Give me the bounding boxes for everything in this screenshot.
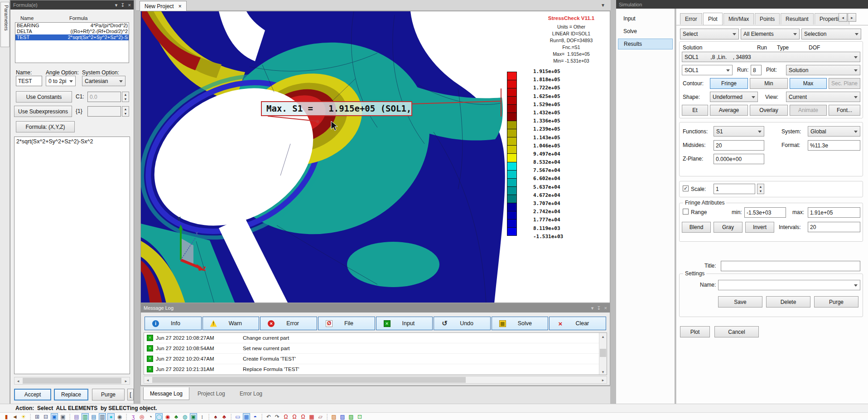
pin-icon[interactable]: ↧ bbox=[121, 2, 125, 8]
toolbar-icon[interactable]: ▨ bbox=[330, 413, 338, 420]
system-select[interactable]: Global bbox=[808, 126, 860, 137]
intervals-input[interactable] bbox=[808, 222, 860, 232]
toolbar-icon[interactable]: ▣ bbox=[190, 413, 197, 420]
plot-title-input[interactable] bbox=[721, 261, 860, 271]
parameters-tab[interactable]: Parameters bbox=[0, 2, 10, 47]
partial-button[interactable]: [ bbox=[127, 389, 134, 400]
delete-button[interactable]: Delete bbox=[766, 296, 810, 308]
simulation-nav-item[interactable]: Solve bbox=[618, 26, 673, 37]
scale-checkbox[interactable] bbox=[683, 186, 689, 191]
close-icon[interactable]: × bbox=[128, 2, 131, 8]
scroll-right-icon[interactable]: ▸ bbox=[122, 377, 130, 384]
tab-close-icon[interactable]: × bbox=[178, 3, 182, 10]
close-icon[interactable]: × bbox=[604, 305, 607, 311]
tab-scroll-right-icon[interactable]: ▸ bbox=[848, 13, 856, 22]
toolbar-icon[interactable]: ♣ bbox=[173, 413, 180, 420]
toolbar-icon[interactable]: ▤ bbox=[73, 413, 80, 420]
toolbar-icon[interactable]: ▱ bbox=[317, 413, 324, 420]
save-button[interactable]: Save bbox=[718, 296, 762, 308]
range-min-input[interactable] bbox=[744, 207, 786, 218]
log-filter-button[interactable]: × Clear bbox=[549, 317, 606, 330]
scroll-left-icon[interactable]: ◂ bbox=[14, 377, 22, 384]
toolbar-icon[interactable]: ☀ bbox=[20, 413, 27, 420]
max-button[interactable]: Max bbox=[790, 78, 827, 89]
simulation-nav-item[interactable]: Results bbox=[618, 39, 673, 49]
toolbar-icon[interactable]: ♣ bbox=[221, 413, 228, 420]
toolbar-icon[interactable]: ʒ bbox=[130, 413, 137, 420]
toolbar-icon[interactable]: ◎ bbox=[138, 413, 145, 420]
log-filter-button[interactable]: × Input bbox=[376, 317, 433, 330]
sec-plane-button[interactable]: Sec. Plane bbox=[829, 78, 860, 89]
toolbar-icon[interactable]: ◍ bbox=[181, 413, 188, 420]
selection-mode-select[interactable]: Selection bbox=[801, 29, 861, 39]
log-filter-button[interactable]: i Info bbox=[145, 317, 202, 330]
toolbar-icon[interactable]: ┊ bbox=[68, 413, 72, 420]
log-filter-button[interactable]: ▦ Solve bbox=[492, 317, 549, 330]
toolbar-icon[interactable]: ▭ bbox=[234, 413, 241, 420]
average-button[interactable]: Average bbox=[710, 105, 748, 116]
max-value-annotation[interactable]: Max. S1 = 1.915e+05 (SOL1, bbox=[261, 101, 412, 116]
tab-new-project[interactable]: New Project × bbox=[140, 1, 187, 11]
formula-editor-hscrollbar[interactable]: ◂ ▸ bbox=[14, 377, 130, 385]
log-vscrollbar[interactable]: ▴ ▾ bbox=[599, 333, 607, 375]
toolbar-icon[interactable]: ▣ bbox=[59, 413, 67, 420]
c1-input[interactable] bbox=[87, 92, 121, 102]
et-button[interactable]: Et bbox=[682, 105, 708, 116]
log-filter-button[interactable]: × Error bbox=[260, 317, 317, 330]
run-input[interactable] bbox=[751, 65, 762, 75]
toolbar-icon[interactable]: ◓ bbox=[251, 413, 259, 420]
toolbar-icon[interactable]: ▦ bbox=[243, 413, 250, 420]
fringe-button[interactable]: Fringe bbox=[710, 78, 748, 89]
toolbar-icon[interactable]: ▥ bbox=[82, 413, 89, 420]
log-filter-button[interactable]: Ø File bbox=[318, 317, 375, 330]
tab-list-chevron-icon[interactable]: ▼ bbox=[601, 3, 605, 8]
c1-stepper[interactable]: ▲▼ bbox=[122, 92, 129, 102]
toolbar-icon[interactable]: ▨ bbox=[339, 413, 346, 420]
toolbar-icon[interactable]: ⊟ bbox=[42, 413, 49, 420]
gray-button[interactable]: Gray bbox=[714, 222, 743, 233]
subexpression-input[interactable] bbox=[87, 106, 121, 117]
log-entry-row[interactable]: × Jun 27 2022 10:08:54AM Set new current… bbox=[144, 343, 607, 354]
scroll-up-icon[interactable]: ▴ bbox=[599, 333, 607, 340]
toolbar-icon[interactable]: ┊ bbox=[125, 413, 128, 420]
toolbar-icon[interactable]: ↕ bbox=[198, 413, 206, 420]
toolbar-icon[interactable]: ↷ bbox=[274, 413, 281, 420]
scroll-right-icon[interactable]: ▸ bbox=[599, 376, 607, 383]
simulation-nav-item[interactable]: Input bbox=[618, 13, 673, 24]
log-filter-button[interactable]: ↺ Undo bbox=[434, 317, 491, 330]
shape-select[interactable]: Undeformed bbox=[710, 92, 758, 102]
formula-xyz-button[interactable]: Formula: (X,Y,Z) bbox=[16, 121, 75, 132]
table-row[interactable]: TEST 2*sqrt(Sx^2+Sy^2+Sz^2)-S bbox=[15, 34, 129, 40]
toolbar-icon[interactable]: ┊ bbox=[325, 413, 329, 420]
formula-name-input[interactable] bbox=[16, 76, 42, 86]
angle-option-select[interactable]: 0 to 2pi bbox=[46, 76, 76, 86]
settings-purge-button[interactable]: Purge bbox=[814, 296, 858, 308]
toolbar-icon[interactable]: ↶ bbox=[265, 413, 272, 420]
results-tab[interactable]: Min/Max bbox=[723, 13, 754, 24]
toolbar-icon[interactable]: ┊ bbox=[29, 413, 32, 420]
table-row[interactable]: DELTA ((Ro+Rf)^2-(Rf+Drod/2)^2 bbox=[15, 29, 129, 34]
toolbar-icon[interactable]: ◯ bbox=[155, 413, 163, 420]
scale-input[interactable] bbox=[714, 184, 755, 194]
purge-button[interactable]: Purge bbox=[92, 389, 125, 400]
overlay-button[interactable]: Overlay bbox=[750, 105, 788, 116]
log-tab[interactable]: Project Log bbox=[191, 387, 231, 400]
toolbar-icon[interactable]: Ω bbox=[291, 413, 298, 420]
message-log-list[interactable]: × Jun 27 2022 10:08:27AM Change current … bbox=[144, 332, 607, 375]
toolbar-icon[interactable]: ▥ bbox=[99, 413, 106, 420]
pin-icon[interactable]: ↧ bbox=[597, 305, 601, 311]
model-viewport[interactable]: StressCheck V11.1 Units = OtherLINEAR ID… bbox=[140, 11, 610, 303]
toolbar-icon[interactable]: ◉ bbox=[164, 413, 171, 420]
min-button[interactable]: Min bbox=[750, 78, 788, 89]
toolbar-icon[interactable]: ◉ bbox=[116, 413, 123, 420]
animate-button[interactable]: Animate bbox=[790, 105, 827, 116]
toolbar-icon[interactable]: ▤ bbox=[90, 413, 97, 420]
log-tab[interactable]: Message Log bbox=[143, 387, 189, 400]
use-subexpressions-button[interactable]: Use Subexpressions bbox=[14, 106, 72, 117]
range-max-input[interactable] bbox=[808, 207, 860, 218]
replace-button[interactable]: Replace bbox=[54, 389, 88, 400]
log-tab[interactable]: Error Log bbox=[233, 387, 269, 400]
solution-select[interactable]: SOL1 bbox=[682, 65, 733, 75]
accept-button[interactable]: Accept bbox=[14, 389, 51, 400]
scroll-down-icon[interactable]: ▾ bbox=[599, 368, 607, 375]
